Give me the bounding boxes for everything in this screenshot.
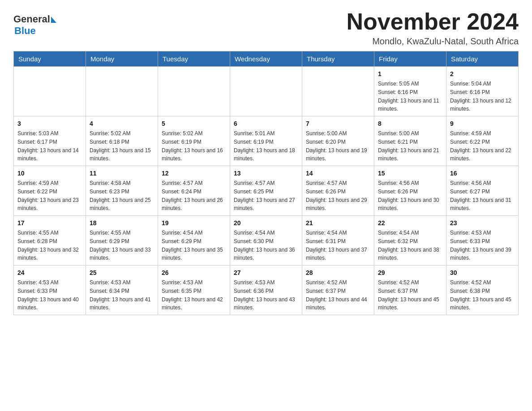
week-row-2: 3Sunrise: 5:03 AMSunset: 6:17 PMDaylight… bbox=[14, 116, 519, 166]
day-info: Sunrise: 4:55 AMSunset: 6:28 PMDaylight:… bbox=[17, 230, 79, 261]
header-row: Sunday Monday Tuesday Wednesday Thursday… bbox=[14, 51, 519, 67]
location-subtitle: Mondlo, KwaZulu-Natal, South Africa bbox=[347, 36, 519, 47]
page-header: General Blue November 2024 Mondlo, KwaZu… bbox=[13, 9, 519, 47]
day-number: 1 bbox=[378, 69, 442, 79]
calendar-cell-w3-d0: 10Sunrise: 4:59 AMSunset: 6:22 PMDayligh… bbox=[14, 166, 86, 216]
day-info: Sunrise: 5:02 AMSunset: 6:18 PMDaylight:… bbox=[90, 130, 151, 162]
day-info: Sunrise: 4:56 AMSunset: 6:27 PMDaylight:… bbox=[450, 180, 511, 211]
logo-wrapper: General Blue bbox=[13, 13, 56, 37]
day-info: Sunrise: 4:52 AMSunset: 6:37 PMDaylight:… bbox=[378, 279, 439, 311]
calendar-cell-w1-d0 bbox=[14, 67, 86, 116]
title-area: November 2024 Mondlo, KwaZulu-Natal, Sou… bbox=[347, 9, 519, 47]
calendar-cell-w4-d5: 22Sunrise: 4:54 AMSunset: 6:32 PMDayligh… bbox=[374, 216, 446, 265]
calendar-cell-w3-d1: 11Sunrise: 4:58 AMSunset: 6:23 PMDayligh… bbox=[86, 166, 158, 216]
header-saturday: Saturday bbox=[446, 51, 519, 67]
day-number: 18 bbox=[90, 218, 154, 228]
day-number: 29 bbox=[378, 268, 442, 278]
day-number: 24 bbox=[17, 268, 82, 278]
calendar-header: Sunday Monday Tuesday Wednesday Thursday… bbox=[14, 51, 519, 67]
calendar-cell-w2-d1: 4Sunrise: 5:02 AMSunset: 6:18 PMDaylight… bbox=[86, 116, 158, 166]
calendar-cell-w4-d0: 17Sunrise: 4:55 AMSunset: 6:28 PMDayligh… bbox=[14, 216, 86, 265]
header-wednesday: Wednesday bbox=[230, 51, 302, 67]
day-info: Sunrise: 5:02 AMSunset: 6:19 PMDaylight:… bbox=[162, 130, 223, 162]
day-number: 4 bbox=[90, 119, 154, 128]
calendar-cell-w3-d2: 12Sunrise: 4:57 AMSunset: 6:24 PMDayligh… bbox=[158, 166, 230, 216]
calendar-cell-w4-d3: 20Sunrise: 4:54 AMSunset: 6:30 PMDayligh… bbox=[230, 216, 302, 265]
calendar-table: Sunday Monday Tuesday Wednesday Thursday… bbox=[13, 51, 519, 315]
calendar-cell-w2-d3: 6Sunrise: 5:01 AMSunset: 6:19 PMDaylight… bbox=[230, 116, 302, 166]
calendar-cell-w3-d3: 13Sunrise: 4:57 AMSunset: 6:25 PMDayligh… bbox=[230, 166, 302, 216]
header-monday: Monday bbox=[86, 51, 158, 67]
day-info: Sunrise: 4:53 AMSunset: 6:36 PMDaylight:… bbox=[234, 279, 295, 311]
day-number: 16 bbox=[450, 169, 515, 178]
day-info: Sunrise: 5:00 AMSunset: 6:20 PMDaylight:… bbox=[306, 130, 367, 162]
logo-line2: Blue bbox=[14, 25, 56, 37]
day-number: 26 bbox=[162, 268, 226, 278]
calendar-cell-w4-d2: 19Sunrise: 4:54 AMSunset: 6:29 PMDayligh… bbox=[158, 216, 230, 265]
day-info: Sunrise: 4:53 AMSunset: 6:35 PMDaylight:… bbox=[162, 279, 223, 311]
header-thursday: Thursday bbox=[302, 51, 374, 67]
calendar-cell-w1-d2 bbox=[158, 67, 230, 116]
day-info: Sunrise: 5:03 AMSunset: 6:17 PMDaylight:… bbox=[17, 130, 79, 162]
calendar-cell-w2-d6: 9Sunrise: 4:59 AMSunset: 6:22 PMDaylight… bbox=[446, 116, 519, 166]
header-sunday: Sunday bbox=[14, 51, 86, 67]
header-tuesday: Tuesday bbox=[158, 51, 230, 67]
day-info: Sunrise: 4:56 AMSunset: 6:26 PMDaylight:… bbox=[378, 180, 439, 211]
day-info: Sunrise: 4:55 AMSunset: 6:29 PMDaylight:… bbox=[90, 230, 151, 261]
logo-line1: General bbox=[13, 13, 56, 25]
day-number: 22 bbox=[378, 218, 442, 228]
calendar-cell-w5-d1: 25Sunrise: 4:53 AMSunset: 6:34 PMDayligh… bbox=[86, 265, 158, 315]
calendar-cell-w3-d4: 14Sunrise: 4:57 AMSunset: 6:26 PMDayligh… bbox=[302, 166, 374, 216]
logo-triangle-icon bbox=[51, 17, 56, 23]
calendar-cell-w2-d5: 8Sunrise: 5:00 AMSunset: 6:21 PMDaylight… bbox=[374, 116, 446, 166]
day-number: 3 bbox=[17, 119, 82, 128]
day-info: Sunrise: 4:57 AMSunset: 6:24 PMDaylight:… bbox=[162, 180, 223, 211]
day-info: Sunrise: 4:53 AMSunset: 6:33 PMDaylight:… bbox=[450, 230, 511, 261]
calendar-cell-w5-d0: 24Sunrise: 4:53 AMSunset: 6:33 PMDayligh… bbox=[14, 265, 86, 315]
calendar-cell-w4-d1: 18Sunrise: 4:55 AMSunset: 6:29 PMDayligh… bbox=[86, 216, 158, 265]
calendar-cell-w1-d1 bbox=[86, 67, 158, 116]
day-info: Sunrise: 5:01 AMSunset: 6:19 PMDaylight:… bbox=[234, 130, 295, 162]
day-number: 27 bbox=[234, 268, 298, 278]
day-number: 17 bbox=[17, 218, 82, 228]
day-number: 7 bbox=[306, 119, 370, 128]
calendar-cell-w2-d0: 3Sunrise: 5:03 AMSunset: 6:17 PMDaylight… bbox=[14, 116, 86, 166]
day-info: Sunrise: 5:05 AMSunset: 6:16 PMDaylight:… bbox=[378, 81, 439, 112]
calendar-cell-w2-d2: 5Sunrise: 5:02 AMSunset: 6:19 PMDaylight… bbox=[158, 116, 230, 166]
day-number: 2 bbox=[450, 69, 515, 79]
day-number: 8 bbox=[378, 119, 442, 128]
week-row-5: 24Sunrise: 4:53 AMSunset: 6:33 PMDayligh… bbox=[14, 265, 519, 315]
day-info: Sunrise: 4:52 AMSunset: 6:37 PMDaylight:… bbox=[306, 279, 367, 311]
calendar-cell-w1-d5: 1Sunrise: 5:05 AMSunset: 6:16 PMDaylight… bbox=[374, 67, 446, 116]
calendar-cell-w5-d3: 27Sunrise: 4:53 AMSunset: 6:36 PMDayligh… bbox=[230, 265, 302, 315]
day-info: Sunrise: 4:53 AMSunset: 6:33 PMDaylight:… bbox=[17, 279, 79, 311]
calendar-cell-w4-d6: 23Sunrise: 4:53 AMSunset: 6:33 PMDayligh… bbox=[446, 216, 519, 265]
logo-general-text: General bbox=[13, 13, 50, 25]
day-info: Sunrise: 4:54 AMSunset: 6:30 PMDaylight:… bbox=[234, 230, 295, 261]
calendar-cell-w1-d6: 2Sunrise: 5:04 AMSunset: 6:16 PMDaylight… bbox=[446, 67, 519, 116]
calendar-cell-w5-d6: 30Sunrise: 4:52 AMSunset: 6:38 PMDayligh… bbox=[446, 265, 519, 315]
day-number: 12 bbox=[162, 169, 226, 178]
day-number: 9 bbox=[450, 119, 515, 128]
day-number: 11 bbox=[90, 169, 154, 178]
day-info: Sunrise: 4:58 AMSunset: 6:23 PMDaylight:… bbox=[90, 180, 151, 211]
calendar-cell-w4-d4: 21Sunrise: 4:54 AMSunset: 6:31 PMDayligh… bbox=[302, 216, 374, 265]
day-number: 23 bbox=[450, 218, 515, 228]
day-info: Sunrise: 4:52 AMSunset: 6:38 PMDaylight:… bbox=[450, 279, 511, 311]
day-info: Sunrise: 4:59 AMSunset: 6:22 PMDaylight:… bbox=[17, 180, 79, 211]
week-row-3: 10Sunrise: 4:59 AMSunset: 6:22 PMDayligh… bbox=[14, 166, 519, 216]
day-info: Sunrise: 4:54 AMSunset: 6:31 PMDaylight:… bbox=[306, 230, 367, 261]
day-info: Sunrise: 5:00 AMSunset: 6:21 PMDaylight:… bbox=[378, 130, 439, 162]
day-number: 30 bbox=[450, 268, 515, 278]
day-number: 21 bbox=[306, 218, 370, 228]
day-number: 6 bbox=[234, 119, 298, 128]
day-info: Sunrise: 4:53 AMSunset: 6:34 PMDaylight:… bbox=[90, 279, 151, 311]
day-number: 10 bbox=[17, 169, 82, 178]
week-row-4: 17Sunrise: 4:55 AMSunset: 6:28 PMDayligh… bbox=[14, 216, 519, 265]
day-info: Sunrise: 4:59 AMSunset: 6:22 PMDaylight:… bbox=[450, 130, 511, 162]
day-number: 14 bbox=[306, 169, 370, 178]
calendar-body: 1Sunrise: 5:05 AMSunset: 6:16 PMDaylight… bbox=[14, 67, 519, 315]
calendar-cell-w2-d4: 7Sunrise: 5:00 AMSunset: 6:20 PMDaylight… bbox=[302, 116, 374, 166]
day-number: 25 bbox=[90, 268, 154, 278]
calendar-cell-w5-d2: 26Sunrise: 4:53 AMSunset: 6:35 PMDayligh… bbox=[158, 265, 230, 315]
